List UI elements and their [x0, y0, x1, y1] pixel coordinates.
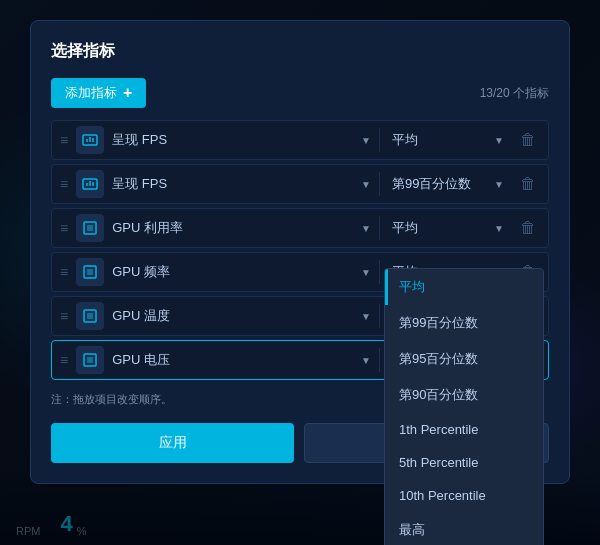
divider — [379, 260, 380, 284]
metric-icon-box — [76, 170, 104, 198]
table-row: ≡ GPU 利用率 ▼ 平均 ▼ 🗑 — [51, 208, 549, 248]
svg-rect-15 — [87, 357, 93, 363]
add-indicator-button[interactable]: 添加指标 + — [51, 78, 146, 108]
drag-icon[interactable]: ≡ — [60, 265, 68, 279]
metric-name-select-6[interactable]: GPU 电压 ▼ — [112, 351, 371, 369]
metric-agg-select-2[interactable]: 第99百分位数 ▼ — [388, 175, 508, 193]
metric-name-2: 呈现 FPS — [112, 175, 167, 193]
metric-name-select-3[interactable]: GPU 利用率 ▼ — [112, 219, 371, 237]
apply-button[interactable]: 应用 — [51, 423, 294, 463]
metric-name-select-1[interactable]: 呈现 FPS ▼ — [112, 131, 371, 149]
metric-name-1: 呈现 FPS — [112, 131, 167, 149]
chevron-down-icon: ▼ — [361, 223, 371, 234]
metric-name-select-5[interactable]: GPU 温度 ▼ — [112, 307, 371, 325]
fps-icon — [82, 132, 98, 148]
table-row: ≡ 呈现 FPS ▼ 平均 ▼ — [51, 120, 549, 160]
dropdown-item-label: 平均 — [399, 278, 425, 296]
metric-name-select-4[interactable]: GPU 频率 ▼ — [112, 263, 371, 281]
drag-icon[interactable]: ≡ — [60, 177, 68, 191]
metric-name-4: GPU 频率 — [112, 263, 170, 281]
drag-icon[interactable]: ≡ — [60, 221, 68, 235]
chevron-down-icon: ▼ — [361, 179, 371, 190]
delete-metric-1[interactable]: 🗑 — [516, 131, 540, 149]
dropdown-item-p99[interactable]: 第99百分位数 — [385, 305, 543, 341]
drag-icon[interactable]: ≡ — [60, 309, 68, 323]
dropdown-item-label: 10th Percentile — [399, 488, 486, 503]
gpu-util-icon — [82, 220, 98, 236]
svg-rect-9 — [87, 225, 93, 231]
gpu-temp-icon — [82, 308, 98, 324]
metric-name-6: GPU 电压 — [112, 351, 170, 369]
dropdown-item-label: 5th Percentile — [399, 455, 479, 470]
metric-icon-box — [76, 346, 104, 374]
modal-title: 选择指标 — [51, 41, 549, 62]
dropdown-item-label: 第99百分位数 — [399, 314, 478, 332]
modal-header-row: 添加指标 + 13/20 个指标 — [51, 78, 549, 108]
metric-agg-2: 第99百分位数 — [392, 175, 471, 193]
chevron-down-icon: ▼ — [361, 355, 371, 366]
chevron-down-icon: ▼ — [361, 135, 371, 146]
add-plus-icon: + — [123, 84, 132, 102]
metric-icon-box — [76, 214, 104, 242]
metric-name-select-2[interactable]: 呈现 FPS ▼ — [112, 175, 371, 193]
dropdown-item-1th[interactable]: 1th Percentile — [385, 413, 543, 446]
chevron-down-icon-agg: ▼ — [494, 179, 504, 190]
fps-icon-2 — [82, 176, 98, 192]
metric-name-3: GPU 利用率 — [112, 219, 183, 237]
dropdown-item-10th[interactable]: 10th Percentile — [385, 479, 543, 512]
drag-icon[interactable]: ≡ — [60, 353, 68, 367]
delete-metric-3[interactable]: 🗑 — [516, 219, 540, 237]
chevron-down-icon-agg: ▼ — [494, 135, 504, 146]
dropdown-item-label: 第95百分位数 — [399, 350, 478, 368]
drag-icon[interactable]: ≡ — [60, 133, 68, 147]
chevron-down-icon: ▼ — [361, 311, 371, 322]
divider — [379, 172, 380, 196]
gpu-voltage-icon — [82, 352, 98, 368]
chevron-down-icon: ▼ — [361, 267, 371, 278]
metric-icon-box — [76, 302, 104, 330]
svg-rect-13 — [87, 313, 93, 319]
divider — [379, 304, 380, 328]
metric-icon-box — [76, 126, 104, 154]
metric-agg-1: 平均 — [392, 131, 418, 149]
add-indicator-label: 添加指标 — [65, 84, 117, 102]
dropdown-item-label: 第90百分位数 — [399, 386, 478, 404]
gpu-freq-icon — [82, 264, 98, 280]
metric-name-5: GPU 温度 — [112, 307, 170, 325]
metric-icon-box — [76, 258, 104, 286]
dropdown-item-5th[interactable]: 5th Percentile — [385, 446, 543, 479]
dropdown-item-label: 1th Percentile — [399, 422, 479, 437]
divider — [379, 216, 380, 240]
metric-agg-select-1[interactable]: 平均 ▼ — [388, 131, 508, 149]
indicator-count: 13/20 个指标 — [480, 85, 549, 102]
dropdown-item-label: 最高 — [399, 521, 425, 539]
divider — [379, 348, 380, 372]
dropdown-item-p90[interactable]: 第90百分位数 — [385, 377, 543, 413]
chevron-down-icon-agg: ▼ — [494, 223, 504, 234]
dropdown-item-max[interactable]: 最高 — [385, 512, 543, 545]
table-row: ≡ 呈现 FPS ▼ 第99百分位数 ▼ — [51, 164, 549, 204]
delete-metric-2[interactable]: 🗑 — [516, 175, 540, 193]
divider — [379, 128, 380, 152]
metric-agg-select-3[interactable]: 平均 ▼ — [388, 219, 508, 237]
dropdown-item-p95[interactable]: 第95百分位数 — [385, 341, 543, 377]
aggregation-dropdown: 平均 第99百分位数 第95百分位数 第90百分位数 1th Percentil… — [384, 268, 544, 545]
svg-rect-11 — [87, 269, 93, 275]
dropdown-item-average[interactable]: 平均 — [385, 269, 543, 305]
metric-agg-3: 平均 — [392, 219, 418, 237]
